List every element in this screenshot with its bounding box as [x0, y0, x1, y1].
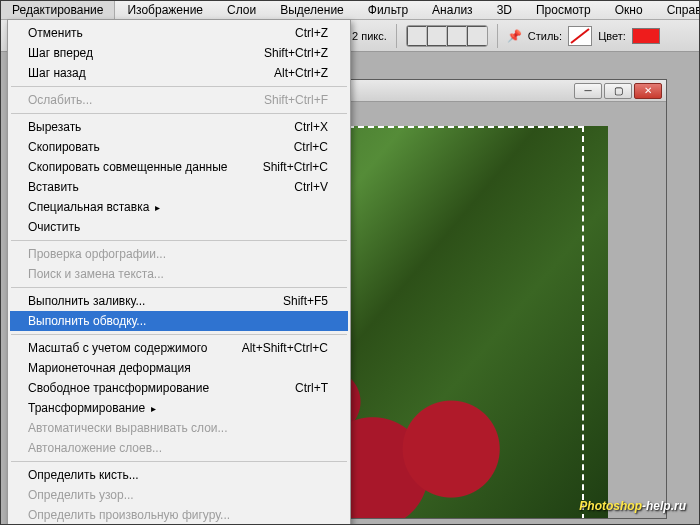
menu-item[interactable]: СкопироватьCtrl+C — [10, 137, 348, 157]
menu-item[interactable]: Выполнить обводку... — [10, 311, 348, 331]
style-none-swatch[interactable] — [568, 26, 592, 46]
mode-add-icon[interactable] — [427, 26, 447, 46]
menu-редактирование[interactable]: Редактирование — [0, 0, 115, 19]
mode-new-icon[interactable] — [407, 26, 427, 46]
menu-item[interactable]: ВставитьCtrl+V — [10, 177, 348, 197]
menu-фильтр[interactable]: Фильтр — [356, 0, 420, 19]
menu-item: Ослабить...Shift+Ctrl+F — [10, 90, 348, 110]
menu-item: Автоналожение слоев... — [10, 438, 348, 458]
menu-item[interactable]: Очистить — [10, 217, 348, 237]
separator — [497, 24, 498, 48]
menu-item: Поиск и замена текста... — [10, 264, 348, 284]
menu-изображение[interactable]: Изображение — [115, 0, 215, 19]
menubar: РедактированиеИзображениеСлоиВыделениеФи… — [0, 0, 700, 20]
menu-item[interactable]: Шаг впередShift+Ctrl+Z — [10, 43, 348, 63]
menu-item: Проверка орфографии... — [10, 244, 348, 264]
mode-subtract-icon[interactable] — [447, 26, 467, 46]
menu-справка[interactable]: Справка — [655, 0, 700, 19]
menu-item[interactable]: ОтменитьCtrl+Z — [10, 23, 348, 43]
menu-анализ[interactable]: Анализ — [420, 0, 485, 19]
menu-item[interactable]: Трансформирование — [10, 398, 348, 418]
menu-item[interactable]: Специальная вставка — [10, 197, 348, 217]
feather-value[interactable]: 2 пикс. — [352, 30, 387, 42]
menu-item: Определить произвольную фигуру... — [10, 505, 348, 525]
menu-item[interactable]: Выполнить заливку...Shift+F5 — [10, 291, 348, 311]
selection-mode-group — [406, 25, 488, 47]
menu-item: Определить узор... — [10, 485, 348, 505]
minimize-button[interactable]: ─ — [574, 83, 602, 99]
menu-окно[interactable]: Окно — [603, 0, 655, 19]
menu-слои[interactable]: Слои — [215, 0, 268, 19]
maximize-button[interactable]: ▢ — [604, 83, 632, 99]
menu-выделение[interactable]: Выделение — [268, 0, 356, 19]
menu-просмотр[interactable]: Просмотр — [524, 0, 603, 19]
menu-item[interactable]: Определить кисть... — [10, 465, 348, 485]
menu-item[interactable]: ВырезатьCtrl+X — [10, 117, 348, 137]
menu-item[interactable]: Шаг назадAlt+Ctrl+Z — [10, 63, 348, 83]
color-label: Цвет: — [598, 30, 626, 42]
svg-line-0 — [571, 29, 589, 43]
style-label: Стиль: — [528, 30, 562, 42]
color-swatch[interactable] — [632, 28, 660, 44]
mode-intersect-icon[interactable] — [467, 26, 487, 46]
separator — [396, 24, 397, 48]
menu-3d[interactable]: 3D — [485, 0, 524, 19]
pin-icon[interactable]: 📌 — [507, 29, 522, 43]
menu-item[interactable]: Масштаб с учетом содержимогоAlt+Shift+Ct… — [10, 338, 348, 358]
menu-item[interactable]: Марионеточная деформация — [10, 358, 348, 378]
edit-menu-dropdown: ОтменитьCtrl+ZШаг впередShift+Ctrl+ZШаг … — [7, 19, 351, 525]
menu-item[interactable]: Скопировать совмещенные данныеShift+Ctrl… — [10, 157, 348, 177]
menu-item[interactable]: Свободное трансформированиеCtrl+T — [10, 378, 348, 398]
close-button[interactable]: ✕ — [634, 83, 662, 99]
menu-item: Автоматически выравнивать слои... — [10, 418, 348, 438]
watermark: Photoshop-help.ru — [579, 493, 686, 515]
